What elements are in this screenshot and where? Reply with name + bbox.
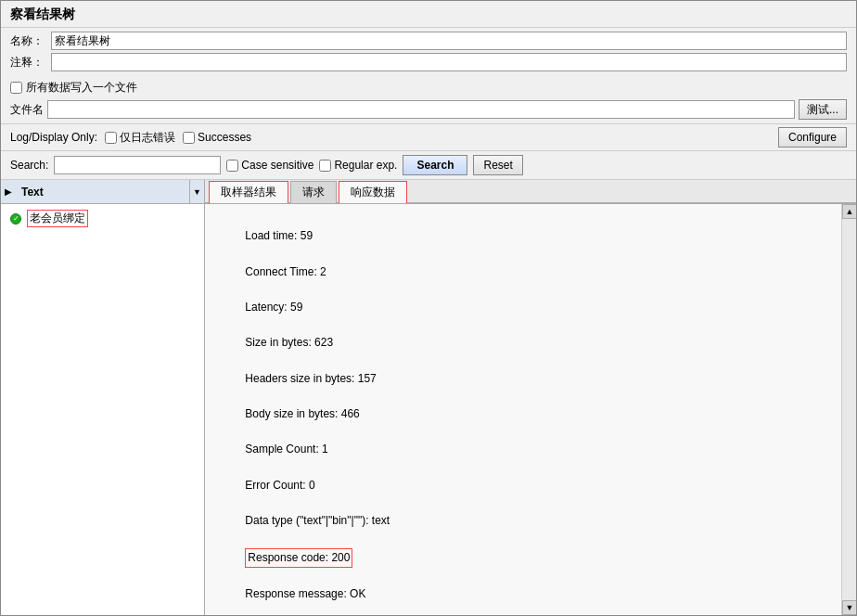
left-panel: ▶ Text ▼ 老会员绑定 (1, 180, 205, 615)
search-row: Search: Case sensitive Regular exp. Sear… (1, 151, 856, 180)
successes-label: Successes (198, 131, 251, 144)
file-label: 文件名 (10, 102, 47, 118)
sort-icon[interactable]: ▼ (189, 180, 204, 204)
name-input[interactable] (51, 32, 847, 50)
file-input[interactable] (47, 100, 795, 119)
expand-icon[interactable]: ▶ (1, 185, 16, 199)
tabs-row: 取样器结果 请求 响应数据 (205, 180, 856, 204)
case-sensitive-group: Case sensitive (226, 159, 313, 172)
success-icon (10, 213, 21, 225)
headers-size: Headers size in bytes: 157 (245, 372, 376, 385)
name-row: 名称： (10, 32, 847, 50)
scroll-down-arrow[interactable]: ▼ (842, 600, 856, 615)
log-display-label: Log/Display Only: (10, 131, 97, 144)
tab-response-data[interactable]: 响应数据 (339, 181, 407, 203)
regex-group: Regular exp. (319, 159, 397, 172)
comment-row: 注释： (10, 53, 847, 71)
body-size: Body size in bytes: 466 (245, 407, 359, 420)
tab-sampler-result-label: 取样器结果 (221, 186, 276, 199)
scroll-track (842, 219, 856, 600)
successes-checkbox[interactable] (183, 132, 195, 144)
scroll-up-arrow[interactable]: ▲ (842, 204, 856, 219)
tree-item-status-icon (8, 212, 23, 226)
main-window: 察看结果树 名称： 注释： 所有数据写入一个文件 文件名 测试... Log/D… (0, 0, 857, 616)
log-display-section: Log/Display Only: 仅日志错误 Successes (10, 130, 251, 146)
all-data-row: 所有数据写入一个文件 (1, 78, 856, 97)
right-panel: 取样器结果 请求 响应数据 Load time: 59 Connect Time… (205, 180, 856, 615)
regex-checkbox[interactable] (319, 160, 331, 172)
all-data-checkbox[interactable] (10, 82, 22, 94)
load-time: Load time: 59 (245, 229, 313, 242)
main-area: ▶ Text ▼ 老会员绑定 取样器结果 请求 (1, 180, 856, 615)
data-type: Data type ("text"|"bin"|""): text (245, 514, 390, 527)
file-row: 文件名 测试... (1, 97, 856, 123)
error-count: Error Count: 0 (245, 479, 314, 492)
search-input[interactable] (54, 156, 221, 174)
regex-label: Regular exp. (334, 159, 397, 172)
connect-time: Connect Time: 2 (245, 265, 326, 278)
log-errors-label: 仅日志错误 (120, 130, 175, 146)
left-header-text: Text (16, 186, 189, 199)
tree-item-label: 老会员绑定 (27, 210, 88, 227)
comment-input[interactable] (51, 53, 847, 71)
response-code: Response code: 200 (245, 548, 352, 568)
left-panel-content: 老会员绑定 (1, 204, 204, 615)
log-errors-checkbox[interactable] (105, 132, 117, 144)
case-sensitive-checkbox[interactable] (226, 160, 238, 172)
tree-item[interactable]: 老会员绑定 (5, 208, 200, 229)
size-bytes: Size in bytes: 623 (245, 336, 333, 349)
tab-request-label: 请求 (302, 186, 325, 199)
name-label: 名称： (10, 33, 47, 49)
successes-group: Successes (183, 131, 251, 144)
tab-response-data-label: 响应数据 (351, 186, 395, 199)
all-data-label: 所有数据写入一个文件 (26, 80, 137, 96)
latency: Latency: 59 (245, 301, 302, 314)
search-button[interactable]: Search (403, 155, 467, 175)
result-text-area: Load time: 59 Connect Time: 2 Latency: 5… (205, 204, 841, 615)
configure-button[interactable]: Configure (778, 127, 847, 148)
title-bar: 察看结果树 (1, 1, 856, 28)
left-panel-header: ▶ Text ▼ (1, 180, 204, 204)
content-area: Load time: 59 Connect Time: 2 Latency: 5… (205, 204, 856, 615)
search-label: Search: (10, 159, 48, 172)
tab-request[interactable]: 请求 (290, 181, 337, 203)
response-message: Response message: OK (245, 587, 365, 600)
window-title: 察看结果树 (10, 6, 847, 23)
sample-count: Sample Count: 1 (245, 443, 327, 456)
reset-button[interactable]: Reset (473, 155, 522, 175)
browse-button[interactable]: 测试... (799, 99, 847, 120)
case-sensitive-label: Case sensitive (241, 159, 313, 172)
comment-label: 注释： (10, 55, 47, 71)
tab-sampler-result[interactable]: 取样器结果 (209, 181, 288, 203)
log-errors-group: 仅日志错误 (105, 130, 175, 146)
toolbar-row: Log/Display Only: 仅日志错误 Successes Config… (1, 123, 856, 151)
form-section: 名称： 注释： (1, 28, 856, 78)
right-scrollbar[interactable]: ▲ ▼ (841, 204, 856, 615)
